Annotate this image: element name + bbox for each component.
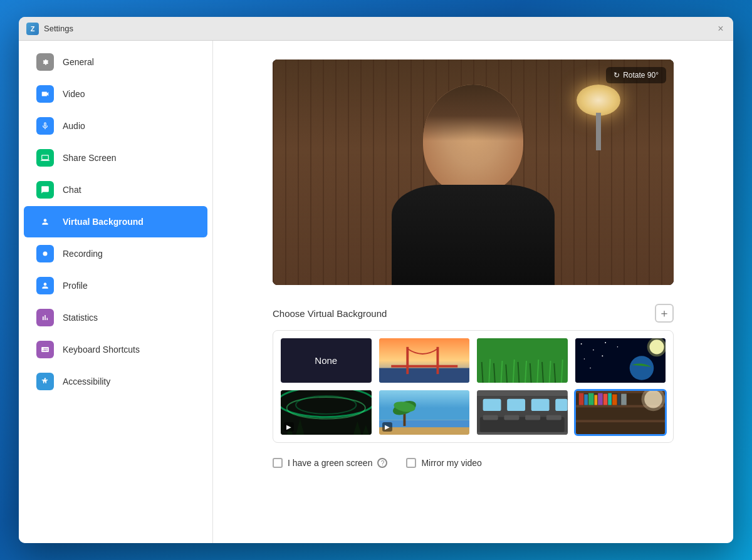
golden-gate-preview (379, 338, 470, 383)
sidebar-label-virtual-background: Virtual Background (63, 217, 144, 227)
sidebar-label-chat: Chat (63, 185, 81, 195)
aurora-preview (281, 390, 372, 435)
background-library[interactable] (574, 389, 667, 436)
titlebar: Z Settings × (19, 17, 733, 41)
lamp-base (596, 113, 601, 150)
green-screen-label: I have a green screen (288, 458, 372, 468)
sidebar-item-chat[interactable]: Chat (24, 174, 207, 205)
svg-rect-6 (391, 365, 457, 368)
background-none[interactable]: None (279, 337, 373, 384)
svg-rect-55 (504, 415, 519, 420)
svg-rect-4 (406, 347, 409, 374)
settings-window: Z Settings × General Video (19, 17, 733, 543)
svg-point-26 (617, 346, 618, 348)
svg-rect-5 (436, 347, 439, 374)
person-body (392, 185, 555, 285)
svg-rect-69 (612, 395, 617, 405)
svg-rect-51 (531, 399, 550, 411)
video-indicator-beach: ▶ (382, 422, 392, 432)
statistics-icon (36, 309, 54, 326)
mirror-checkbox[interactable] (406, 458, 416, 468)
virtual-background-icon (36, 213, 54, 231)
sidebar-label-recording: Recording (63, 249, 103, 259)
svg-rect-52 (555, 399, 567, 411)
sidebar-item-recording[interactable]: Recording (24, 238, 207, 269)
green-screen-checkbox[interactable] (273, 458, 283, 468)
video-preview: ↻ Rotate 90° (273, 60, 674, 285)
background-space[interactable] (574, 337, 667, 384)
background-train[interactable] (476, 389, 569, 436)
svg-point-24 (593, 350, 594, 351)
sidebar-label-audio: Audio (63, 121, 85, 131)
sidebar-label-general: General (63, 57, 94, 67)
svg-point-30 (629, 356, 654, 380)
sidebar-item-keyboard-shortcuts[interactable]: Keyboard Shortcuts (24, 334, 207, 365)
beach-preview (379, 390, 470, 435)
chat-icon (36, 181, 54, 199)
sidebar-label-profile: Profile (63, 281, 88, 291)
svg-rect-56 (525, 415, 540, 420)
preview-background: ↻ Rotate 90° (273, 60, 674, 285)
keyboard-shortcuts-icon (36, 341, 54, 358)
lamp-decoration (573, 85, 624, 160)
none-label: None (281, 338, 372, 383)
svg-rect-71 (621, 394, 627, 405)
library-preview (576, 391, 666, 434)
svg-rect-49 (483, 399, 501, 411)
rotate-label: Rotate 90° (623, 71, 659, 80)
choose-title: Choose Virtual Background (273, 308, 387, 319)
choose-section: Choose Virtual Background ＋ None (273, 304, 674, 443)
sidebar-item-statistics[interactable]: Statistics (24, 302, 207, 333)
sidebar-item-virtual-background[interactable]: Virtual Background (24, 206, 207, 237)
share-screen-icon (36, 149, 54, 167)
svg-rect-43 (379, 427, 470, 435)
accessibility-icon (36, 373, 54, 390)
add-background-button[interactable]: ＋ (655, 304, 674, 323)
svg-point-25 (605, 342, 606, 343)
train-preview (477, 390, 568, 435)
window-title: Settings (44, 24, 716, 33)
svg-point-0 (43, 252, 48, 256)
sidebar-item-audio[interactable]: Audio (24, 110, 207, 142)
svg-rect-67 (603, 394, 607, 405)
audio-icon (36, 117, 54, 135)
svg-rect-54 (483, 415, 498, 420)
mirror-option[interactable]: Mirror my video (406, 458, 481, 468)
svg-rect-66 (598, 393, 603, 405)
person-hair (423, 85, 523, 141)
sidebar-label-accessibility: Accessibility (63, 376, 110, 386)
svg-rect-68 (608, 393, 612, 405)
app-icon: Z (26, 23, 39, 35)
svg-rect-61 (576, 420, 666, 422)
background-grass[interactable] (476, 337, 569, 384)
svg-rect-41 (379, 390, 470, 420)
background-aurora[interactable]: ▶ (279, 389, 373, 436)
profile-icon (36, 277, 54, 294)
backgrounds-grid: None (273, 330, 674, 443)
rotate-button[interactable]: ↻ Rotate 90° (606, 67, 666, 83)
lamp-shade (577, 85, 620, 116)
recording-icon (36, 245, 54, 262)
sidebar-item-profile[interactable]: Profile (24, 270, 207, 301)
svg-point-23 (580, 343, 582, 345)
sidebar-item-video[interactable]: Video (24, 78, 207, 110)
space-preview (575, 338, 666, 383)
svg-rect-64 (588, 393, 593, 405)
person-preview (373, 85, 573, 285)
background-beach[interactable]: ▶ (378, 389, 471, 436)
green-screen-help-icon[interactable]: ? (377, 458, 387, 468)
svg-point-28 (602, 355, 603, 356)
svg-rect-65 (594, 395, 597, 405)
svg-rect-62 (578, 393, 583, 405)
background-golden-gate[interactable] (378, 337, 471, 384)
sidebar: General Video Audio Share Screen (19, 41, 213, 543)
green-screen-option[interactable]: I have a green screen ? (273, 458, 387, 468)
svg-point-29 (590, 368, 591, 369)
svg-rect-50 (507, 399, 525, 411)
bottom-options: I have a green screen ? Mirror my video (273, 458, 674, 468)
close-button[interactable]: × (716, 24, 726, 34)
sidebar-item-accessibility[interactable]: Accessibility (24, 366, 207, 397)
sidebar-item-share-screen[interactable]: Share Screen (24, 142, 207, 174)
sidebar-item-general[interactable]: General (24, 46, 207, 78)
content-area: General Video Audio Share Screen (19, 41, 733, 543)
